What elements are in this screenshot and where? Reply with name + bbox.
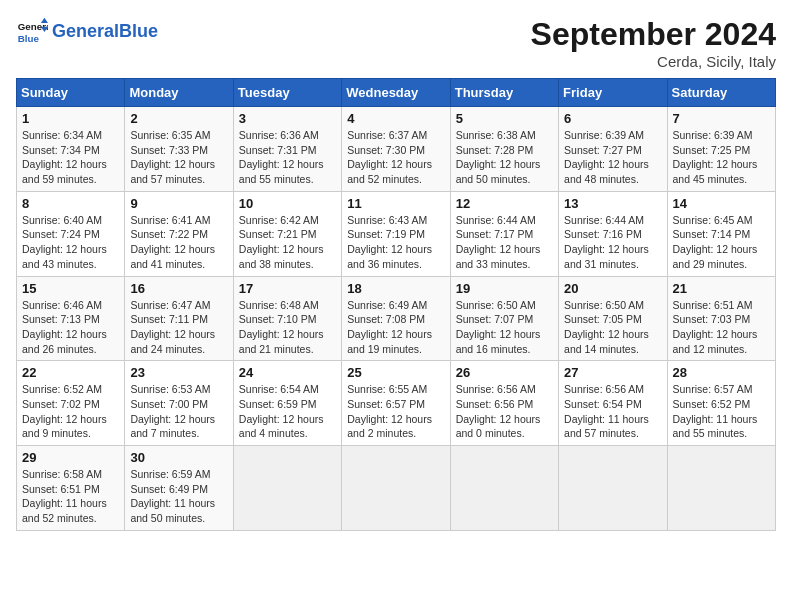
day-number: 22: [22, 365, 119, 380]
day-number: 12: [456, 196, 553, 211]
day-info: Sunrise: 6:40 AMSunset: 7:24 PMDaylight:…: [22, 213, 119, 272]
table-row: [559, 446, 667, 531]
table-row: 6 Sunrise: 6:39 AMSunset: 7:27 PMDayligh…: [559, 107, 667, 192]
calendar-week-row: 1 Sunrise: 6:34 AMSunset: 7:34 PMDayligh…: [17, 107, 776, 192]
table-row: 2 Sunrise: 6:35 AMSunset: 7:33 PMDayligh…: [125, 107, 233, 192]
table-row: [667, 446, 775, 531]
table-row: 16 Sunrise: 6:47 AMSunset: 7:11 PMDaylig…: [125, 276, 233, 361]
day-info: Sunrise: 6:37 AMSunset: 7:30 PMDaylight:…: [347, 128, 444, 187]
table-row: 25 Sunrise: 6:55 AMSunset: 6:57 PMDaylig…: [342, 361, 450, 446]
col-wednesday: Wednesday: [342, 79, 450, 107]
table-row: 19 Sunrise: 6:50 AMSunset: 7:07 PMDaylig…: [450, 276, 558, 361]
table-row: 28 Sunrise: 6:57 AMSunset: 6:52 PMDaylig…: [667, 361, 775, 446]
location: Cerda, Sicily, Italy: [531, 53, 776, 70]
table-row: 17 Sunrise: 6:48 AMSunset: 7:10 PMDaylig…: [233, 276, 341, 361]
day-info: Sunrise: 6:56 AMSunset: 6:54 PMDaylight:…: [564, 382, 661, 441]
table-row: 20 Sunrise: 6:50 AMSunset: 7:05 PMDaylig…: [559, 276, 667, 361]
day-number: 18: [347, 281, 444, 296]
day-number: 13: [564, 196, 661, 211]
day-info: Sunrise: 6:43 AMSunset: 7:19 PMDaylight:…: [347, 213, 444, 272]
day-number: 7: [673, 111, 770, 126]
day-info: Sunrise: 6:39 AMSunset: 7:25 PMDaylight:…: [673, 128, 770, 187]
day-info: Sunrise: 6:58 AMSunset: 6:51 PMDaylight:…: [22, 467, 119, 526]
day-info: Sunrise: 6:36 AMSunset: 7:31 PMDaylight:…: [239, 128, 336, 187]
day-number: 23: [130, 365, 227, 380]
day-number: 28: [673, 365, 770, 380]
table-row: [450, 446, 558, 531]
col-tuesday: Tuesday: [233, 79, 341, 107]
logo-icon: General Blue: [16, 16, 48, 48]
day-number: 29: [22, 450, 119, 465]
day-number: 25: [347, 365, 444, 380]
day-number: 10: [239, 196, 336, 211]
day-number: 1: [22, 111, 119, 126]
col-saturday: Saturday: [667, 79, 775, 107]
table-row: 7 Sunrise: 6:39 AMSunset: 7:25 PMDayligh…: [667, 107, 775, 192]
table-row: 1 Sunrise: 6:34 AMSunset: 7:34 PMDayligh…: [17, 107, 125, 192]
table-row: 14 Sunrise: 6:45 AMSunset: 7:14 PMDaylig…: [667, 191, 775, 276]
day-info: Sunrise: 6:42 AMSunset: 7:21 PMDaylight:…: [239, 213, 336, 272]
table-row: 29 Sunrise: 6:58 AMSunset: 6:51 PMDaylig…: [17, 446, 125, 531]
day-number: 9: [130, 196, 227, 211]
day-info: Sunrise: 6:50 AMSunset: 7:07 PMDaylight:…: [456, 298, 553, 357]
day-info: Sunrise: 6:59 AMSunset: 6:49 PMDaylight:…: [130, 467, 227, 526]
page-header: General Blue GeneralBlue September 2024 …: [16, 16, 776, 70]
day-number: 3: [239, 111, 336, 126]
day-number: 2: [130, 111, 227, 126]
col-thursday: Thursday: [450, 79, 558, 107]
day-info: Sunrise: 6:52 AMSunset: 7:02 PMDaylight:…: [22, 382, 119, 441]
table-row: 9 Sunrise: 6:41 AMSunset: 7:22 PMDayligh…: [125, 191, 233, 276]
day-number: 5: [456, 111, 553, 126]
month-title: September 2024: [531, 16, 776, 53]
day-number: 20: [564, 281, 661, 296]
table-row: 30 Sunrise: 6:59 AMSunset: 6:49 PMDaylig…: [125, 446, 233, 531]
calendar-table: Sunday Monday Tuesday Wednesday Thursday…: [16, 78, 776, 531]
day-number: 16: [130, 281, 227, 296]
day-info: Sunrise: 6:41 AMSunset: 7:22 PMDaylight:…: [130, 213, 227, 272]
table-row: [342, 446, 450, 531]
table-row: 23 Sunrise: 6:53 AMSunset: 7:00 PMDaylig…: [125, 361, 233, 446]
table-row: 5 Sunrise: 6:38 AMSunset: 7:28 PMDayligh…: [450, 107, 558, 192]
table-row: 4 Sunrise: 6:37 AMSunset: 7:30 PMDayligh…: [342, 107, 450, 192]
table-row: 3 Sunrise: 6:36 AMSunset: 7:31 PMDayligh…: [233, 107, 341, 192]
day-info: Sunrise: 6:44 AMSunset: 7:17 PMDaylight:…: [456, 213, 553, 272]
day-info: Sunrise: 6:47 AMSunset: 7:11 PMDaylight:…: [130, 298, 227, 357]
day-info: Sunrise: 6:48 AMSunset: 7:10 PMDaylight:…: [239, 298, 336, 357]
day-info: Sunrise: 6:39 AMSunset: 7:27 PMDaylight:…: [564, 128, 661, 187]
table-row: 11 Sunrise: 6:43 AMSunset: 7:19 PMDaylig…: [342, 191, 450, 276]
calendar-week-row: 22 Sunrise: 6:52 AMSunset: 7:02 PMDaylig…: [17, 361, 776, 446]
day-number: 27: [564, 365, 661, 380]
col-sunday: Sunday: [17, 79, 125, 107]
day-info: Sunrise: 6:44 AMSunset: 7:16 PMDaylight:…: [564, 213, 661, 272]
day-info: Sunrise: 6:50 AMSunset: 7:05 PMDaylight:…: [564, 298, 661, 357]
table-row: 22 Sunrise: 6:52 AMSunset: 7:02 PMDaylig…: [17, 361, 125, 446]
table-row: 21 Sunrise: 6:51 AMSunset: 7:03 PMDaylig…: [667, 276, 775, 361]
table-row: 27 Sunrise: 6:56 AMSunset: 6:54 PMDaylig…: [559, 361, 667, 446]
table-row: 13 Sunrise: 6:44 AMSunset: 7:16 PMDaylig…: [559, 191, 667, 276]
day-number: 19: [456, 281, 553, 296]
calendar-week-row: 29 Sunrise: 6:58 AMSunset: 6:51 PMDaylig…: [17, 446, 776, 531]
day-number: 30: [130, 450, 227, 465]
day-info: Sunrise: 6:34 AMSunset: 7:34 PMDaylight:…: [22, 128, 119, 187]
logo: General Blue GeneralBlue: [16, 16, 158, 48]
table-row: 12 Sunrise: 6:44 AMSunset: 7:17 PMDaylig…: [450, 191, 558, 276]
day-number: 15: [22, 281, 119, 296]
day-info: Sunrise: 6:56 AMSunset: 6:56 PMDaylight:…: [456, 382, 553, 441]
table-row: 8 Sunrise: 6:40 AMSunset: 7:24 PMDayligh…: [17, 191, 125, 276]
day-number: 24: [239, 365, 336, 380]
svg-text:Blue: Blue: [18, 33, 40, 44]
day-info: Sunrise: 6:38 AMSunset: 7:28 PMDaylight:…: [456, 128, 553, 187]
day-number: 17: [239, 281, 336, 296]
day-number: 8: [22, 196, 119, 211]
day-info: Sunrise: 6:54 AMSunset: 6:59 PMDaylight:…: [239, 382, 336, 441]
table-row: 15 Sunrise: 6:46 AMSunset: 7:13 PMDaylig…: [17, 276, 125, 361]
logo-text: GeneralBlue: [52, 22, 158, 42]
col-friday: Friday: [559, 79, 667, 107]
day-info: Sunrise: 6:51 AMSunset: 7:03 PMDaylight:…: [673, 298, 770, 357]
day-number: 14: [673, 196, 770, 211]
day-info: Sunrise: 6:55 AMSunset: 6:57 PMDaylight:…: [347, 382, 444, 441]
calendar-week-row: 15 Sunrise: 6:46 AMSunset: 7:13 PMDaylig…: [17, 276, 776, 361]
table-row: 18 Sunrise: 6:49 AMSunset: 7:08 PMDaylig…: [342, 276, 450, 361]
table-row: [233, 446, 341, 531]
day-number: 26: [456, 365, 553, 380]
